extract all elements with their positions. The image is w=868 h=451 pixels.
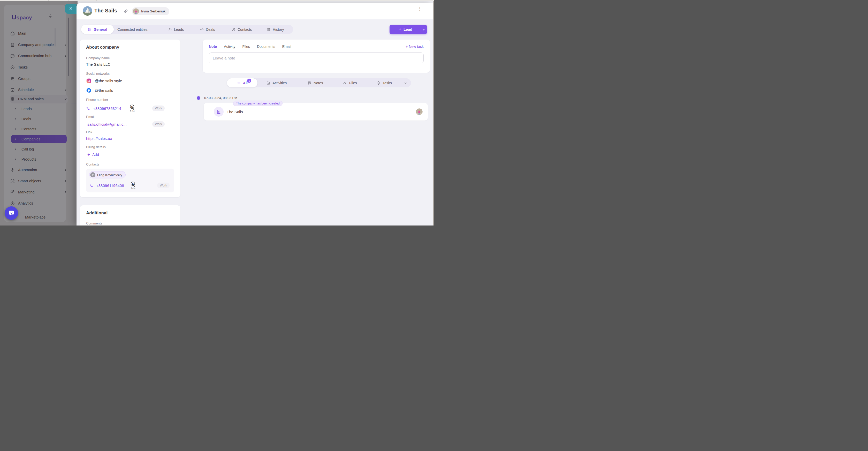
phone-value[interactable]: +380967853214 <box>93 106 121 111</box>
responsible-user-pill[interactable]: Iryna Serbeniuk <box>132 7 169 15</box>
person-icon <box>231 27 236 32</box>
contact-phone-row: +380961196408 E E-chat Work <box>89 181 171 190</box>
company-detail-panel: The Sails Iryna Serbeniuk ⋮ Ge <box>76 3 433 226</box>
modal-backdrop[interactable] <box>0 0 78 226</box>
billing-add-button[interactable]: + Add <box>87 152 174 157</box>
list-icon <box>237 81 241 85</box>
contact-phone-type-badge: Work <box>157 183 169 188</box>
composer-tab-email[interactable]: Email <box>282 44 291 49</box>
email-row: sails.official@gmail.c... Work <box>86 121 174 127</box>
svg-text:E: E <box>131 105 133 108</box>
note-bubble-icon <box>307 81 311 85</box>
phone-icon <box>89 183 94 188</box>
general-icon <box>88 27 92 32</box>
close-icon: ✕ <box>69 6 73 11</box>
tab-history[interactable]: History <box>267 25 284 34</box>
close-panel-button[interactable]: ✕ <box>65 4 76 14</box>
company-avatar[interactable] <box>83 6 92 16</box>
app-root: Uspacy Main Company and people Communica… <box>0 0 434 226</box>
billing-details-label: Billing details <box>86 145 174 149</box>
note-composer-card: Note Activity Files Documents Email + Ne… <box>203 39 430 73</box>
composer-tab-documents[interactable]: Documents <box>257 44 275 49</box>
composer-tab-note[interactable]: Note <box>209 44 217 49</box>
dropdown-arrow-icon <box>422 29 425 31</box>
filter-files[interactable]: Files <box>343 78 357 87</box>
tab-leads[interactable]: Leads <box>168 25 184 34</box>
more-actions-button[interactable]: ⋮ <box>417 7 422 10</box>
timeline-date: 07.03.2024, 08:03 PM <box>204 96 237 100</box>
phone-type-badge: Work <box>152 106 165 111</box>
entity-tabs: General Connected entities: Leads Deals … <box>82 25 293 34</box>
event-user-avatar <box>416 108 423 115</box>
link-label: Link <box>86 130 174 134</box>
calendar-icon <box>266 81 270 85</box>
composer-tab-activity[interactable]: Activity <box>224 44 235 49</box>
instagram-icon <box>86 78 92 84</box>
additional-title: Additional <box>86 211 174 216</box>
plus-icon: + <box>87 152 90 157</box>
company-event-icon <box>214 107 224 117</box>
additional-card: Additional Comments <box>80 205 180 226</box>
history-list-icon <box>267 27 271 32</box>
email-label: Email <box>86 115 174 119</box>
timeline-dot <box>197 96 200 100</box>
contact-avatar-icon <box>90 172 95 177</box>
contact-phone-value[interactable]: +380961196408 <box>96 183 124 188</box>
copy-link-icon[interactable] <box>124 9 128 13</box>
linked-contact-box: Oleg Kovalevsky +380961196408 E E-chat W… <box>86 169 174 192</box>
facebook-row[interactable]: @the sails <box>86 88 174 93</box>
composer-tab-files[interactable]: Files <box>242 44 250 49</box>
company-name-label: Company name <box>86 56 174 60</box>
user-avatar <box>133 8 139 14</box>
note-input[interactable] <box>209 53 424 63</box>
page-scrollbar[interactable] <box>433 0 434 226</box>
panel-header: The Sails Iryna Serbeniuk ⋮ <box>76 3 433 20</box>
email-type-badge: Work <box>152 121 165 127</box>
plus-icon: + <box>399 27 401 32</box>
filter-all[interactable]: All <box>227 78 257 87</box>
about-title: About company <box>86 45 174 50</box>
chat-bubble-icon <box>8 210 15 216</box>
contacts-label: Contacts <box>86 162 174 166</box>
company-name-value[interactable]: The Sails LLC <box>86 62 174 66</box>
event-company-name: The Sails <box>227 110 243 114</box>
contact-chip[interactable]: Oleg Kovalevsky <box>89 171 126 178</box>
paperclip-icon <box>343 81 347 85</box>
link-value[interactable]: https://sales.ua <box>86 136 174 141</box>
svg-text:E: E <box>132 182 134 185</box>
responsible-user-name: Iryna Serbeniuk <box>141 9 166 13</box>
tab-deals[interactable]: Deals <box>200 25 215 34</box>
phone-icon <box>86 106 90 111</box>
filter-activities[interactable]: Activities <box>266 78 287 87</box>
event-type-badge: The company has been created <box>233 100 282 106</box>
tab-general[interactable]: General <box>81 25 114 34</box>
email-value[interactable]: sails.official@gmail.c... <box>87 122 127 126</box>
tab-connected-entities[interactable]: Connected entities: <box>117 25 148 34</box>
filter-expand-chevron-icon[interactable] <box>404 81 408 85</box>
page-title: The Sails <box>94 8 117 14</box>
handshake-icon <box>200 27 204 32</box>
composer-tabs: Note Activity Files Documents Email + Ne… <box>209 44 424 49</box>
tab-contacts[interactable]: Contacts <box>231 25 252 34</box>
browser-chrome-strip <box>0 0 434 1</box>
echat-icon[interactable]: E E-chat <box>130 181 136 190</box>
phone-row: +380967853214 E E-chat Work <box>86 104 174 113</box>
phone-label: Phone number <box>86 98 174 102</box>
about-company-card: About company Company name The Sails LLC… <box>80 39 180 197</box>
facebook-icon <box>86 88 92 93</box>
filter-notes[interactable]: Notes <box>307 78 323 87</box>
lead-person-icon <box>168 27 172 32</box>
new-task-button[interactable]: + New task <box>406 44 424 49</box>
social-networks-label: Social networks <box>86 72 174 76</box>
check-circle-icon <box>376 81 380 85</box>
comments-label: Comments <box>86 221 174 225</box>
add-lead-button[interactable]: + Lead <box>390 25 427 34</box>
instagram-row[interactable]: @the sails.style <box>86 78 174 84</box>
support-chat-widget[interactable] <box>5 206 18 220</box>
echat-icon[interactable]: E E-chat <box>129 104 136 113</box>
timeline-filter-bar: All 1 Activities Notes Files Tasks <box>227 78 411 87</box>
filter-tasks[interactable]: Tasks <box>376 78 392 87</box>
all-count-badge: 1 <box>247 79 251 83</box>
